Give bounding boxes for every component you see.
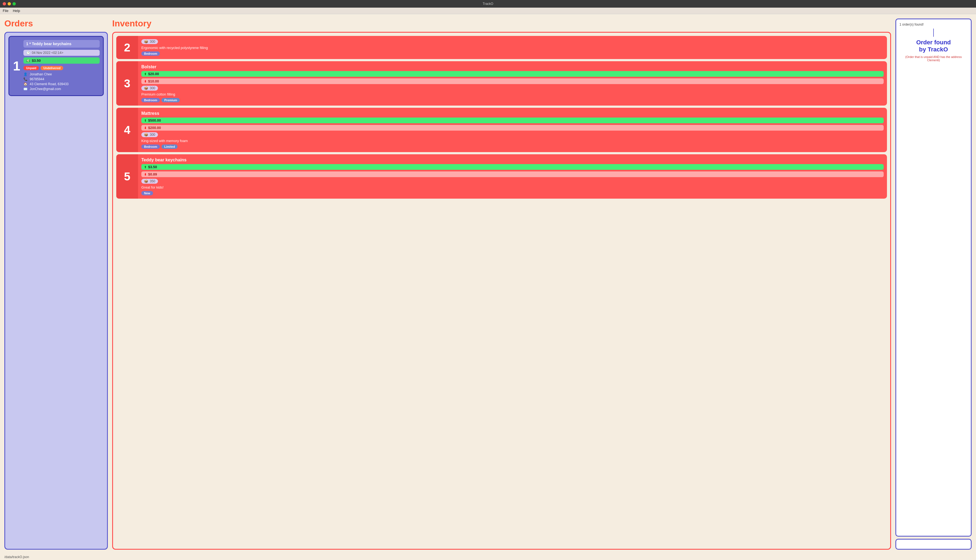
inv-content-5: Teddy bear keychains $3.50 $0.89 350 Gre… bbox=[138, 154, 887, 198]
down-icon-5 bbox=[144, 172, 147, 176]
maximize-button[interactable] bbox=[13, 2, 16, 5]
inv-content-4: Mattress $500.00 $200.00 300 King-sized … bbox=[138, 108, 887, 152]
order-date-1: 04 Nov 2022 <02:14> bbox=[23, 50, 100, 56]
email-icon bbox=[23, 87, 27, 91]
title-bar: TrackO bbox=[0, 0, 976, 8]
inv-cost-price-5: $0.89 bbox=[141, 172, 884, 177]
inv-item-3[interactable]: 3 Bolster $20.00 $10.00 300 Pr bbox=[116, 61, 887, 106]
menu-bar: File Help bbox=[0, 8, 976, 14]
window-title: TrackO bbox=[483, 2, 493, 6]
inv-desc-3: Premium cotton filling bbox=[141, 92, 884, 96]
inv-number-4: 4 bbox=[116, 108, 138, 152]
phone-icon bbox=[23, 77, 27, 81]
money-icon bbox=[26, 58, 30, 63]
inv-name-5: Teddy bear keychains bbox=[141, 158, 884, 162]
inv-tags-5: New bbox=[141, 191, 884, 195]
inv-number-2: 2 bbox=[116, 36, 138, 59]
order-address: 43 Clementi Road, 639433 bbox=[23, 82, 100, 86]
inventory-container: 2 300 Ergonomic with recycled polystyren… bbox=[112, 32, 891, 550]
order-card-1[interactable]: 1 1 * Teddy bear keychains 04 Nov 2022 <… bbox=[8, 36, 104, 96]
inv-qty-4: 300 bbox=[141, 132, 158, 137]
order-email: JonChee@gmail.com bbox=[23, 87, 100, 91]
inv-tag-bedroom-2: Bedroom bbox=[141, 52, 160, 56]
tag-unpaid: Unpaid bbox=[23, 66, 39, 70]
inv-number-3: 3 bbox=[116, 61, 138, 106]
footer-path: /data/trackO.json bbox=[4, 555, 29, 559]
command-panel: 1 order(s) found! Order found by TrackO … bbox=[896, 18, 972, 550]
clock-icon bbox=[26, 51, 30, 55]
minimize-button[interactable] bbox=[8, 2, 11, 5]
inv-content-3: Bolster $20.00 $10.00 300 Premium cotton… bbox=[138, 61, 887, 106]
order-price-text: $3.50 bbox=[32, 58, 41, 63]
orders-container: 1 1 * Teddy bear keychains 04 Nov 2022 <… bbox=[4, 32, 108, 550]
box-icon-5 bbox=[144, 179, 148, 183]
inv-tag-premium-3: Premium bbox=[162, 98, 180, 102]
up-icon-3 bbox=[144, 72, 147, 76]
command-result-title: Order found by TrackO bbox=[916, 39, 951, 53]
inv-qty-2: 300 bbox=[141, 39, 158, 44]
command-result-subtitle: (Order that is unpaid AND has the addres… bbox=[899, 55, 968, 62]
inv-name-4: Mattress bbox=[141, 111, 884, 116]
close-button[interactable] bbox=[3, 2, 6, 5]
order-date-text: 04 Nov 2022 <02:14> bbox=[32, 51, 63, 55]
inv-tag-new-5: New bbox=[141, 191, 153, 195]
footer: /data/trackO.json bbox=[0, 554, 976, 560]
main-content: Orders 1 1 * Teddy bear keychains 04 Nov… bbox=[0, 14, 976, 554]
inv-sell-price-5: $3.50 bbox=[141, 164, 884, 170]
menu-help[interactable]: Help bbox=[13, 9, 20, 13]
inv-desc-5: Great for kids! bbox=[141, 185, 884, 189]
inv-desc-4: King-sized with memory foam bbox=[141, 139, 884, 143]
inv-item-2[interactable]: 2 300 Ergonomic with recycled polystyren… bbox=[116, 36, 887, 59]
inv-tags-3: Bedroom Premium bbox=[141, 98, 884, 102]
down-icon-3 bbox=[144, 79, 147, 83]
orders-panel: Orders 1 1 * Teddy bear keychains 04 Nov… bbox=[4, 18, 108, 550]
inv-tags-4: Bedroom Limited bbox=[141, 145, 884, 149]
inv-item-4[interactable]: 4 Mattress $500.00 $200.00 300 bbox=[116, 108, 887, 152]
box-icon-4 bbox=[144, 133, 148, 137]
command-found-text: 1 order(s) found! bbox=[899, 23, 924, 27]
order-name-1: 1 * Teddy bear keychains bbox=[23, 40, 100, 48]
down-icon-4 bbox=[144, 126, 147, 130]
box-icon-3 bbox=[144, 86, 148, 90]
window-controls bbox=[3, 2, 16, 5]
inv-qty-5: 350 bbox=[141, 179, 158, 184]
inv-tag-limited-4: Limited bbox=[162, 145, 177, 149]
tag-undelivered: Undelivered bbox=[40, 66, 63, 70]
up-icon-4 bbox=[144, 118, 147, 122]
person-icon bbox=[23, 72, 27, 76]
up-icon-5 bbox=[144, 165, 147, 169]
inv-tag-bedroom-3: Bedroom bbox=[141, 98, 160, 102]
inv-qty-3: 300 bbox=[141, 86, 158, 91]
order-number-1: 1 bbox=[13, 40, 21, 92]
inv-number-5: 5 bbox=[116, 154, 138, 198]
inventory-title: Inventory bbox=[112, 18, 891, 28]
order-tags-1: Unpaid Undelivered bbox=[23, 66, 100, 70]
inv-sell-price-3: $20.00 bbox=[141, 71, 884, 77]
command-connector-line bbox=[933, 28, 934, 37]
order-details-1: 1 * Teddy bear keychains 04 Nov 2022 <02… bbox=[23, 40, 100, 92]
inv-sell-price-4: $500.00 bbox=[141, 118, 884, 123]
inventory-panel: Inventory 2 300 Ergonomic with recycled … bbox=[112, 18, 891, 550]
command-result-box: 1 order(s) found! Order found by TrackO … bbox=[896, 18, 972, 537]
order-customer-name: Jonathan Chee bbox=[23, 72, 100, 76]
inv-desc-2: Ergonomic with recycled polystyrene fill… bbox=[141, 46, 884, 50]
order-price-1: $3.50 bbox=[23, 57, 100, 64]
inv-tag-bedroom-4: Bedroom bbox=[141, 145, 160, 149]
inv-cost-price-4: $200.00 bbox=[141, 125, 884, 131]
box-icon bbox=[144, 40, 148, 43]
order-phone: 96785944 bbox=[23, 77, 100, 81]
command-input[interactable] bbox=[899, 542, 968, 547]
home-icon bbox=[23, 82, 27, 86]
menu-file[interactable]: File bbox=[3, 9, 8, 13]
inv-tags-2: Bedroom bbox=[141, 52, 884, 56]
inv-cost-price-3: $10.00 bbox=[141, 78, 884, 84]
inv-content-2: 300 Ergonomic with recycled polystyrene … bbox=[138, 36, 887, 59]
inv-name-3: Bolster bbox=[141, 65, 884, 69]
inv-item-5[interactable]: 5 Teddy bear keychains $3.50 $0.89 350 bbox=[116, 154, 887, 198]
orders-title: Orders bbox=[4, 18, 108, 28]
command-input-box[interactable] bbox=[896, 539, 972, 550]
